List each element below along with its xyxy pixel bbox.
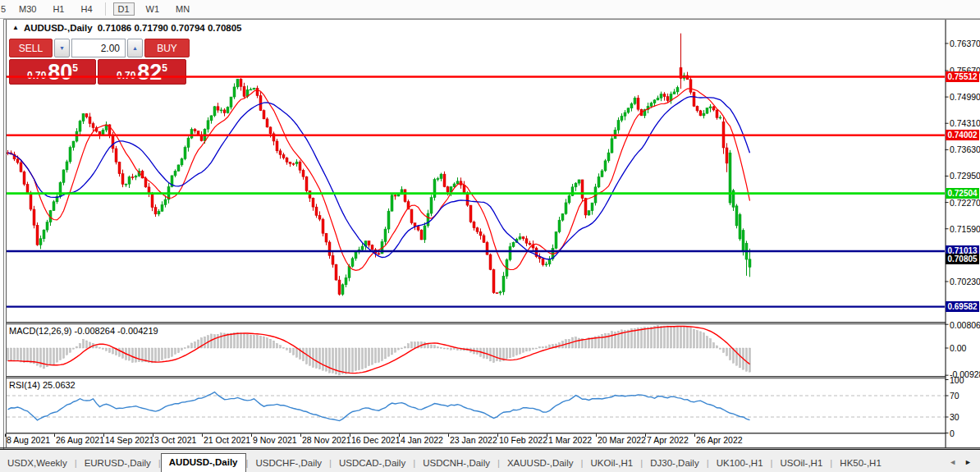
price-axis-label: 0.70230 <box>950 277 980 286</box>
date-axis-label: 9 Nov 2021 <box>253 435 297 445</box>
level-price-badge: 0.74002 <box>946 130 979 140</box>
tab-dj30daily[interactable]: DJ30-,Daily <box>643 455 706 472</box>
current-price-badge: 0.70805 <box>946 254 979 264</box>
tab-usoilh1[interactable]: USOil-,H1 <box>773 455 831 472</box>
tabs-scroll-left-icon[interactable]: ◄ <box>949 458 956 466</box>
rsi-value: 25.0632 <box>43 380 76 390</box>
tab-uk100h1[interactable]: UK100-,H1 <box>709 455 771 472</box>
macd-axis-max: 0.008061 <box>950 320 980 330</box>
tab-usdcnhdaily[interactable]: USDCNH-,Daily <box>415 455 497 472</box>
price-axis-label: 0.71590 <box>950 224 980 234</box>
macd-title: MACD(12,26,9) -0.008264 -0.004219 <box>9 326 158 336</box>
macd-label: MACD(12,26,9) <box>9 326 71 336</box>
tab-usdxweekly[interactable]: USDX,Weekly <box>0 455 75 472</box>
macd-axis-zero: 0.00 <box>950 343 966 353</box>
price-axis-label: 0.74310 <box>950 118 980 128</box>
date-axis-label: 10 Feb 2022 <box>499 435 547 445</box>
price-axis-label: 0.74990 <box>950 92 980 102</box>
chart-canvas[interactable] <box>0 0 980 472</box>
date-axis-label: 4 Jan 2022 <box>401 435 443 445</box>
level-price-badge: 0.69582 <box>946 301 979 312</box>
macd-values: -0.008264 -0.004219 <box>74 326 158 336</box>
price-axis-label: 0.76370 <box>950 39 980 48</box>
tabs-scroll-right-icon[interactable]: ► <box>964 458 972 466</box>
date-axis-label: 21 Oct 2021 <box>204 435 250 445</box>
rsi-axis-label: 0 <box>950 428 955 438</box>
rsi-axis-label: 30 <box>950 412 959 422</box>
date-axis-label: 3 Oct 2021 <box>154 435 196 445</box>
date-axis-label: 8 Aug 2021 <box>7 435 50 445</box>
rsi-title: RSI(14) 25.0632 <box>9 380 76 390</box>
date-axis-label: 14 Sep 2021 <box>105 435 154 445</box>
tab-audusddaily[interactable]: AUDUSD-,Daily <box>161 453 246 472</box>
date-axis-label: 26 Apr 2022 <box>696 435 743 445</box>
price-axis-label: 0.73630 <box>950 144 980 154</box>
date-axis-label: 26 Aug 2021 <box>56 435 104 445</box>
date-axis-label: 16 Dec 2021 <box>351 435 401 445</box>
rsi-label: RSI(14) <box>9 380 40 390</box>
date-axis-label: 1 Mar 2022 <box>548 435 592 445</box>
price-axis-label: 0.72950 <box>950 171 980 181</box>
tab-usdcaddaily[interactable]: USDCAD-,Daily <box>332 455 413 472</box>
rsi-axis-label: 70 <box>950 391 959 401</box>
tab-xauusddaily[interactable]: XAUUSD-,Daily <box>500 455 581 472</box>
symbol-tabbar: USDX,Weekly|EURUSD-,Daily|AUDUSD-,Daily|… <box>0 449 980 472</box>
tab-usdchfdaily[interactable]: USDCHF-,Daily <box>249 455 330 472</box>
price-axis-label: 0.72270 <box>950 198 980 208</box>
tab-hk50h1[interactable]: HK50-,H1 <box>832 455 889 472</box>
rsi-axis-label: 100 <box>950 375 964 385</box>
date-axis-label: 20 Mar 2022 <box>598 435 646 445</box>
level-price-badge: 0.75512 <box>946 71 979 82</box>
date-axis-label: 7 Apr 2022 <box>647 435 689 445</box>
tab-eurusddaily[interactable]: EURUSD-,Daily <box>77 455 158 472</box>
level-price-badge: 0.72504 <box>946 188 979 199</box>
tab-ukoilh1[interactable]: UKOil-,H1 <box>583 455 640 472</box>
date-axis-label: 23 Jan 2022 <box>450 435 497 445</box>
date-axis-label: 28 Nov 2021 <box>302 435 351 445</box>
